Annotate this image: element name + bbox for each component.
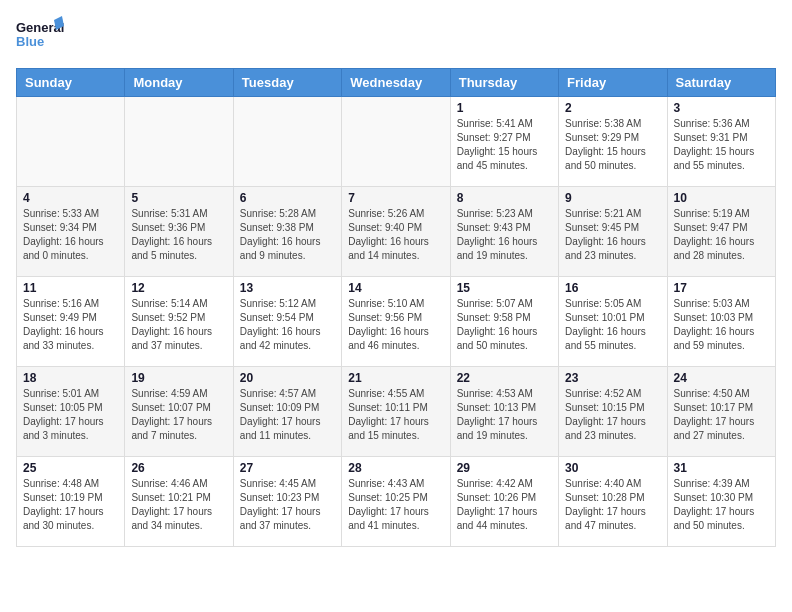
day-number: 19	[131, 371, 226, 385]
day-info: Sunrise: 5:21 AM Sunset: 9:45 PM Dayligh…	[565, 207, 660, 263]
day-number: 27	[240, 461, 335, 475]
logo: General Blue	[16, 16, 66, 60]
calendar-cell: 11Sunrise: 5:16 AM Sunset: 9:49 PM Dayli…	[17, 277, 125, 367]
calendar-cell	[17, 97, 125, 187]
calendar-cell: 20Sunrise: 4:57 AM Sunset: 10:09 PM Dayl…	[233, 367, 341, 457]
day-info: Sunrise: 5:38 AM Sunset: 9:29 PM Dayligh…	[565, 117, 660, 173]
calendar-cell: 10Sunrise: 5:19 AM Sunset: 9:47 PM Dayli…	[667, 187, 775, 277]
day-number: 4	[23, 191, 118, 205]
day-number: 6	[240, 191, 335, 205]
calendar-cell: 7Sunrise: 5:26 AM Sunset: 9:40 PM Daylig…	[342, 187, 450, 277]
day-info: Sunrise: 4:59 AM Sunset: 10:07 PM Daylig…	[131, 387, 226, 443]
calendar-cell: 2Sunrise: 5:38 AM Sunset: 9:29 PM Daylig…	[559, 97, 667, 187]
logo-svg: General Blue	[16, 16, 66, 60]
calendar-cell: 24Sunrise: 4:50 AM Sunset: 10:17 PM Dayl…	[667, 367, 775, 457]
day-info: Sunrise: 5:28 AM Sunset: 9:38 PM Dayligh…	[240, 207, 335, 263]
calendar-cell	[233, 97, 341, 187]
weekday-header: Friday	[559, 69, 667, 97]
day-info: Sunrise: 5:31 AM Sunset: 9:36 PM Dayligh…	[131, 207, 226, 263]
day-number: 25	[23, 461, 118, 475]
calendar-cell: 8Sunrise: 5:23 AM Sunset: 9:43 PM Daylig…	[450, 187, 558, 277]
day-number: 8	[457, 191, 552, 205]
calendar-cell	[342, 97, 450, 187]
day-info: Sunrise: 4:48 AM Sunset: 10:19 PM Daylig…	[23, 477, 118, 533]
day-info: Sunrise: 4:45 AM Sunset: 10:23 PM Daylig…	[240, 477, 335, 533]
day-number: 2	[565, 101, 660, 115]
calendar-cell: 9Sunrise: 5:21 AM Sunset: 9:45 PM Daylig…	[559, 187, 667, 277]
day-number: 28	[348, 461, 443, 475]
day-number: 29	[457, 461, 552, 475]
day-info: Sunrise: 5:36 AM Sunset: 9:31 PM Dayligh…	[674, 117, 769, 173]
day-info: Sunrise: 5:10 AM Sunset: 9:56 PM Dayligh…	[348, 297, 443, 353]
calendar-week-row: 1Sunrise: 5:41 AM Sunset: 9:27 PM Daylig…	[17, 97, 776, 187]
day-number: 9	[565, 191, 660, 205]
calendar-cell: 17Sunrise: 5:03 AM Sunset: 10:03 PM Dayl…	[667, 277, 775, 367]
calendar-cell: 27Sunrise: 4:45 AM Sunset: 10:23 PM Dayl…	[233, 457, 341, 547]
day-number: 3	[674, 101, 769, 115]
page-header: General Blue	[16, 16, 776, 60]
day-info: Sunrise: 4:57 AM Sunset: 10:09 PM Daylig…	[240, 387, 335, 443]
calendar-cell: 19Sunrise: 4:59 AM Sunset: 10:07 PM Dayl…	[125, 367, 233, 457]
day-number: 14	[348, 281, 443, 295]
day-info: Sunrise: 5:01 AM Sunset: 10:05 PM Daylig…	[23, 387, 118, 443]
day-info: Sunrise: 4:39 AM Sunset: 10:30 PM Daylig…	[674, 477, 769, 533]
day-number: 10	[674, 191, 769, 205]
calendar-cell: 6Sunrise: 5:28 AM Sunset: 9:38 PM Daylig…	[233, 187, 341, 277]
day-number: 13	[240, 281, 335, 295]
calendar-cell: 18Sunrise: 5:01 AM Sunset: 10:05 PM Dayl…	[17, 367, 125, 457]
calendar-cell: 1Sunrise: 5:41 AM Sunset: 9:27 PM Daylig…	[450, 97, 558, 187]
day-number: 15	[457, 281, 552, 295]
weekday-header: Tuesday	[233, 69, 341, 97]
calendar-cell: 28Sunrise: 4:43 AM Sunset: 10:25 PM Dayl…	[342, 457, 450, 547]
day-info: Sunrise: 4:43 AM Sunset: 10:25 PM Daylig…	[348, 477, 443, 533]
day-info: Sunrise: 5:23 AM Sunset: 9:43 PM Dayligh…	[457, 207, 552, 263]
calendar-body: 1Sunrise: 5:41 AM Sunset: 9:27 PM Daylig…	[17, 97, 776, 547]
calendar-cell: 26Sunrise: 4:46 AM Sunset: 10:21 PM Dayl…	[125, 457, 233, 547]
day-number: 23	[565, 371, 660, 385]
day-number: 1	[457, 101, 552, 115]
day-info: Sunrise: 5:05 AM Sunset: 10:01 PM Daylig…	[565, 297, 660, 353]
calendar-week-row: 4Sunrise: 5:33 AM Sunset: 9:34 PM Daylig…	[17, 187, 776, 277]
day-info: Sunrise: 5:14 AM Sunset: 9:52 PM Dayligh…	[131, 297, 226, 353]
day-number: 20	[240, 371, 335, 385]
day-info: Sunrise: 5:33 AM Sunset: 9:34 PM Dayligh…	[23, 207, 118, 263]
weekday-header: Wednesday	[342, 69, 450, 97]
day-number: 17	[674, 281, 769, 295]
day-info: Sunrise: 4:52 AM Sunset: 10:15 PM Daylig…	[565, 387, 660, 443]
calendar-cell: 23Sunrise: 4:52 AM Sunset: 10:15 PM Dayl…	[559, 367, 667, 457]
day-info: Sunrise: 5:07 AM Sunset: 9:58 PM Dayligh…	[457, 297, 552, 353]
day-info: Sunrise: 4:53 AM Sunset: 10:13 PM Daylig…	[457, 387, 552, 443]
weekday-header: Sunday	[17, 69, 125, 97]
day-number: 26	[131, 461, 226, 475]
day-info: Sunrise: 5:03 AM Sunset: 10:03 PM Daylig…	[674, 297, 769, 353]
calendar-week-row: 11Sunrise: 5:16 AM Sunset: 9:49 PM Dayli…	[17, 277, 776, 367]
day-info: Sunrise: 4:46 AM Sunset: 10:21 PM Daylig…	[131, 477, 226, 533]
weekday-header: Monday	[125, 69, 233, 97]
day-info: Sunrise: 5:12 AM Sunset: 9:54 PM Dayligh…	[240, 297, 335, 353]
calendar-cell: 15Sunrise: 5:07 AM Sunset: 9:58 PM Dayli…	[450, 277, 558, 367]
calendar-week-row: 18Sunrise: 5:01 AM Sunset: 10:05 PM Dayl…	[17, 367, 776, 457]
day-info: Sunrise: 4:42 AM Sunset: 10:26 PM Daylig…	[457, 477, 552, 533]
calendar-cell: 3Sunrise: 5:36 AM Sunset: 9:31 PM Daylig…	[667, 97, 775, 187]
calendar-cell: 21Sunrise: 4:55 AM Sunset: 10:11 PM Dayl…	[342, 367, 450, 457]
day-number: 22	[457, 371, 552, 385]
day-info: Sunrise: 5:26 AM Sunset: 9:40 PM Dayligh…	[348, 207, 443, 263]
day-number: 12	[131, 281, 226, 295]
calendar-cell: 30Sunrise: 4:40 AM Sunset: 10:28 PM Dayl…	[559, 457, 667, 547]
day-info: Sunrise: 4:50 AM Sunset: 10:17 PM Daylig…	[674, 387, 769, 443]
calendar-cell: 4Sunrise: 5:33 AM Sunset: 9:34 PM Daylig…	[17, 187, 125, 277]
day-info: Sunrise: 5:16 AM Sunset: 9:49 PM Dayligh…	[23, 297, 118, 353]
calendar-week-row: 25Sunrise: 4:48 AM Sunset: 10:19 PM Dayl…	[17, 457, 776, 547]
calendar-cell: 29Sunrise: 4:42 AM Sunset: 10:26 PM Dayl…	[450, 457, 558, 547]
svg-text:Blue: Blue	[16, 34, 44, 49]
day-info: Sunrise: 5:19 AM Sunset: 9:47 PM Dayligh…	[674, 207, 769, 263]
day-number: 31	[674, 461, 769, 475]
calendar-cell: 5Sunrise: 5:31 AM Sunset: 9:36 PM Daylig…	[125, 187, 233, 277]
day-number: 7	[348, 191, 443, 205]
calendar-cell: 22Sunrise: 4:53 AM Sunset: 10:13 PM Dayl…	[450, 367, 558, 457]
calendar-cell: 14Sunrise: 5:10 AM Sunset: 9:56 PM Dayli…	[342, 277, 450, 367]
day-number: 21	[348, 371, 443, 385]
day-number: 11	[23, 281, 118, 295]
day-number: 30	[565, 461, 660, 475]
calendar-cell	[125, 97, 233, 187]
